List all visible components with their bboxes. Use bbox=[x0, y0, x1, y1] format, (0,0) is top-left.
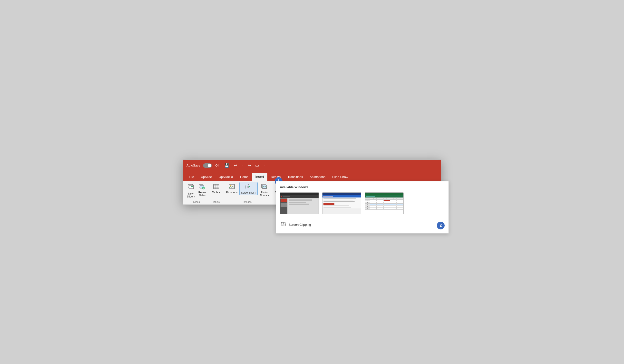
new-slide-icon bbox=[187, 183, 194, 192]
qat-dropdown-icon[interactable]: ⌄ bbox=[262, 164, 266, 167]
screenshot-button[interactable]: Screenshot ▾ bbox=[239, 182, 258, 195]
dropdown-divider bbox=[280, 218, 445, 218]
photo-album-button[interactable]: Photo Album ▾ bbox=[258, 182, 270, 198]
table-icon bbox=[213, 183, 220, 190]
table-button[interactable]: Table ▾ bbox=[210, 182, 222, 195]
slides-group-label: Slides bbox=[185, 200, 208, 203]
photo-album-label: Photo Album ▾ bbox=[260, 191, 269, 197]
reuse-slides-label: ReuseSlides bbox=[198, 191, 206, 197]
pictures-label: Pictures ▾ bbox=[226, 191, 237, 194]
svg-text:+: + bbox=[234, 188, 235, 190]
autosave-label: AutoSave bbox=[186, 164, 200, 167]
screenshot-dropdown: Available Windows bbox=[276, 181, 449, 234]
tab-animations[interactable]: Animations bbox=[306, 173, 329, 181]
window-thumb-excel[interactable]: A B C D E 1 2 bbox=[365, 192, 404, 214]
tables-group-label: Tables bbox=[210, 200, 222, 203]
table-label: Table ▾ bbox=[212, 191, 220, 194]
available-windows-title: Available Windows bbox=[280, 185, 445, 189]
photo-album-icon bbox=[261, 183, 268, 190]
ribbon-group-slides: New Slide ▾ ReuseSlides Slides bbox=[184, 182, 209, 204]
upslide-settings-icon: ⚙ bbox=[231, 175, 233, 179]
tab-home[interactable]: Home bbox=[237, 173, 252, 181]
ribbon-group-images: + Pictures ▾ Screenshot ▾ Photo Album ▾ bbox=[223, 182, 272, 204]
tab-upslide-1[interactable]: UpSlide bbox=[197, 173, 215, 181]
pictures-icon: + bbox=[228, 183, 235, 190]
window-thumb-ppt[interactable] bbox=[280, 192, 319, 214]
toggle-knob bbox=[208, 164, 211, 167]
tab-file[interactable]: File bbox=[185, 173, 197, 181]
pictures-button[interactable]: + Pictures ▾ bbox=[225, 182, 239, 195]
svg-rect-31 bbox=[281, 222, 286, 226]
tab-transitions[interactable]: Transitions bbox=[284, 173, 306, 181]
svg-point-13 bbox=[230, 185, 231, 186]
save-icon[interactable]: 💾 bbox=[224, 163, 230, 168]
app-window: AutoSave Off 💾 ↩ ⌄ ↪ ▭ ⌄ File UpSlide Up… bbox=[183, 159, 441, 205]
window-thumbnails: A B C D E 1 2 bbox=[280, 192, 445, 214]
slides-group-items: New Slide ▾ ReuseSlides bbox=[185, 182, 208, 200]
svg-rect-15 bbox=[246, 185, 251, 189]
screenshot-icon bbox=[245, 183, 252, 191]
svg-point-16 bbox=[248, 186, 249, 188]
tables-group-items: Table ▾ bbox=[210, 182, 222, 200]
reuse-slides-icon bbox=[199, 183, 206, 190]
screenshot-label: Screenshot ▾ bbox=[241, 191, 256, 194]
title-bar: AutoSave Off 💾 ↩ ⌄ ↪ ▭ ⌄ bbox=[183, 160, 441, 171]
new-slide-label: New Slide ▾ bbox=[187, 192, 195, 198]
redo-icon[interactable]: ↪ bbox=[247, 163, 252, 168]
svg-rect-1 bbox=[189, 185, 194, 189]
ribbon-tabs: File UpSlide UpSlide ⚙ Home Insert Desig… bbox=[183, 171, 441, 181]
reuse-slides-button[interactable]: ReuseSlides bbox=[197, 182, 208, 198]
ribbon-group-tables: Table ▾ Tables bbox=[209, 182, 223, 204]
step-2-badge: 2 bbox=[437, 222, 445, 230]
present-icon[interactable]: ▭ bbox=[254, 163, 260, 168]
undo-dropdown-icon[interactable]: ⌄ bbox=[240, 164, 244, 167]
autosave-toggle[interactable] bbox=[203, 163, 212, 168]
screen-clipping-underline-c: C bbox=[300, 223, 302, 227]
tab-slideshow[interactable]: Slide Show bbox=[329, 173, 351, 181]
undo-icon[interactable]: ↩ bbox=[233, 163, 238, 168]
screen-clipping-option[interactable]: Screen Clipping bbox=[280, 220, 445, 230]
resize-handle[interactable]: ⋱ bbox=[445, 230, 447, 232]
toggle-state-label: Off bbox=[215, 164, 219, 167]
svg-point-32 bbox=[283, 223, 284, 225]
tab-upslide-2[interactable]: UpSlide ⚙ bbox=[215, 173, 237, 181]
svg-rect-7 bbox=[213, 184, 219, 189]
window-thumb-word[interactable] bbox=[322, 192, 361, 214]
screen-clipping-label: Screen Clipping bbox=[289, 223, 311, 227]
images-group-label: Images bbox=[225, 200, 270, 203]
images-group-items: + Pictures ▾ Screenshot ▾ Photo Album ▾ bbox=[225, 182, 270, 200]
new-slide-button[interactable]: New Slide ▾ bbox=[185, 182, 196, 199]
screen-clipping-icon bbox=[281, 221, 286, 228]
tab-insert[interactable]: Insert bbox=[252, 173, 267, 181]
